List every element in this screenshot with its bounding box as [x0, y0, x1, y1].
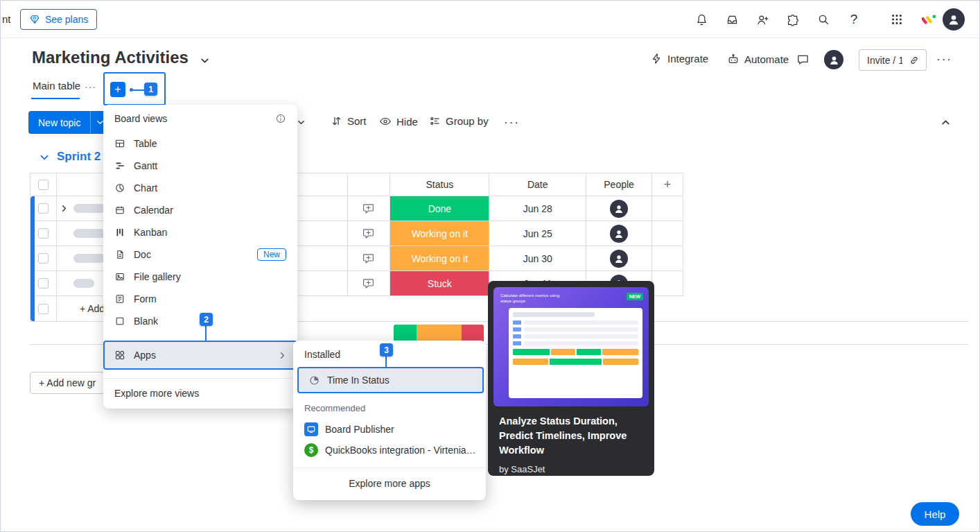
board-views-menu-header: Board views: [103, 112, 297, 132]
menu-item-kanban[interactable]: Kanban: [103, 221, 297, 243]
group-title[interactable]: Sprint 2: [57, 150, 100, 164]
sort-button[interactable]: Sort: [331, 115, 367, 127]
monday-logo-icon: [920, 10, 939, 29]
menu-item-chart[interactable]: Chart: [103, 177, 297, 199]
assignee-avatar: [610, 225, 628, 243]
menu-item-board-publisher[interactable]: Board Publisher: [293, 419, 486, 440]
empty-cell: [652, 271, 683, 295]
conversation-cell[interactable]: [348, 221, 391, 246]
see-plans-button[interactable]: See plans: [20, 9, 97, 30]
status-cell[interactable]: Working on it: [390, 221, 489, 246]
menu-item-label: Kanban: [134, 227, 167, 238]
select-all-checkbox[interactable]: [38, 180, 49, 190]
people-cell[interactable]: [586, 246, 652, 271]
notifications-bell-icon[interactable]: [692, 10, 711, 29]
help-question-icon[interactable]: ?: [844, 10, 864, 29]
integrate-button[interactable]: Integrate: [651, 53, 708, 65]
board-title-chevron-down-icon[interactable]: [200, 56, 209, 65]
help-button[interactable]: Help: [911, 502, 959, 526]
row-checkbox[interactable]: [38, 228, 49, 239]
user-avatar[interactable]: [943, 8, 965, 31]
redacted-item-name: [73, 279, 94, 288]
step-connector-line: [132, 89, 145, 91]
toolbar-more-options[interactable]: ···: [504, 116, 520, 130]
menu-item-quickbooks[interactable]: $ QuickBooks integration - Virtenia…: [293, 440, 486, 461]
sort-label: Sort: [347, 115, 367, 127]
collapsed-filter-chevron-icon[interactable]: [297, 119, 305, 126]
search-icon[interactable]: [814, 10, 833, 29]
menu-item-time-in-status[interactable]: Time In Status: [297, 367, 484, 393]
step-3-connector-line: [385, 357, 387, 367]
add-view-highlight-box: + 1: [103, 72, 166, 105]
walkthrough-step-3-badge: 3: [380, 343, 393, 357]
preview-new-badge: NEW: [627, 293, 643, 300]
apps-label: Apps: [134, 350, 156, 361]
menu-item-gantt[interactable]: Gantt: [103, 155, 297, 177]
status-cell[interactable]: Done: [390, 196, 489, 221]
group-by-button[interactable]: Group by: [429, 115, 489, 127]
menu-item-calendar[interactable]: Calendar: [103, 199, 297, 221]
conversation-cell[interactable]: [348, 271, 391, 295]
row-checkbox[interactable]: [38, 253, 49, 264]
add-column-button[interactable]: +: [652, 173, 683, 196]
status-cell[interactable]: Stuck: [390, 271, 489, 295]
sort-arrows-icon: [331, 115, 342, 127]
conversation-cell[interactable]: [348, 196, 391, 221]
collapse-header-chevron-up-icon[interactable]: [934, 111, 956, 133]
date-cell[interactable]: Jun 25: [489, 221, 586, 246]
copy-link-icon[interactable]: [902, 49, 927, 71]
add-new-group-button[interactable]: + Add new gr: [30, 372, 105, 394]
hide-button[interactable]: Hide: [379, 115, 418, 128]
row-checkbox[interactable]: [38, 278, 49, 289]
select-all-cell: [30, 173, 57, 196]
invite-members-icon[interactable]: [753, 10, 772, 29]
people-cell[interactable]: [586, 196, 652, 221]
info-icon[interactable]: [275, 113, 286, 124]
redacted-item-name: [73, 229, 105, 238]
board-views-title: Board views: [114, 113, 167, 124]
add-view-button[interactable]: +: [110, 82, 125, 97]
gantt-view-icon: [114, 160, 125, 171]
integrate-bolt-icon: [651, 53, 663, 65]
app-grid-icon[interactable]: [887, 10, 907, 29]
board-more-options[interactable]: ···: [936, 53, 952, 67]
board-title[interactable]: Marketing Activities: [32, 48, 189, 67]
new-topic-button[interactable]: New topic: [28, 111, 90, 134]
automate-robot-icon: [727, 53, 740, 65]
menu-item-apps[interactable]: Apps: [103, 341, 297, 370]
tab-main-table[interactable]: Main table: [33, 80, 80, 92]
status-cell[interactable]: Working on it: [390, 246, 489, 271]
chevron-right-icon: [279, 352, 286, 359]
app-tooltip-byline: by SaaSJet: [499, 464, 643, 474]
row-checkbox[interactable]: [38, 203, 49, 214]
menu-item-doc[interactable]: Doc New: [103, 243, 297, 266]
people-cell[interactable]: [586, 221, 652, 246]
explore-more-apps-link[interactable]: Explore more apps: [293, 468, 486, 497]
date-cell[interactable]: Jun 30: [489, 246, 586, 271]
date-column-header[interactable]: Date: [489, 173, 586, 196]
apps-submenu: Installed 3 Time In Status Recommended B…: [293, 341, 486, 500]
marketplace-puzzle-icon[interactable]: [783, 10, 803, 29]
row-checkbox[interactable]: [38, 304, 49, 314]
status-column-header[interactable]: Status: [390, 173, 489, 196]
group-collapse-chevron-icon[interactable]: [40, 153, 49, 162]
expand-item-chevron-icon[interactable]: [60, 205, 68, 212]
menu-item-label: Blank: [134, 316, 158, 327]
tab-options[interactable]: ···: [85, 81, 96, 92]
board-owner-avatar[interactable]: [824, 50, 843, 69]
people-column-header[interactable]: People: [586, 173, 652, 196]
explore-more-views-link[interactable]: Explore more views: [103, 379, 297, 404]
eye-icon: [379, 115, 392, 128]
menu-item-label: Doc: [134, 249, 151, 260]
quickbooks-icon: $: [304, 443, 318, 457]
menu-item-form[interactable]: Form: [103, 288, 297, 310]
board-chat-icon[interactable]: [796, 53, 810, 66]
inbox-icon[interactable]: [722, 10, 742, 29]
conversation-cell[interactable]: [348, 246, 391, 271]
group-by-label: Group by: [446, 115, 489, 127]
automate-button[interactable]: Automate: [727, 53, 789, 65]
doc-view-icon: [114, 249, 125, 260]
menu-item-file-gallery[interactable]: File gallery: [103, 266, 297, 288]
date-cell[interactable]: Jun 28: [489, 196, 586, 221]
menu-item-table[interactable]: Table: [103, 132, 297, 155]
